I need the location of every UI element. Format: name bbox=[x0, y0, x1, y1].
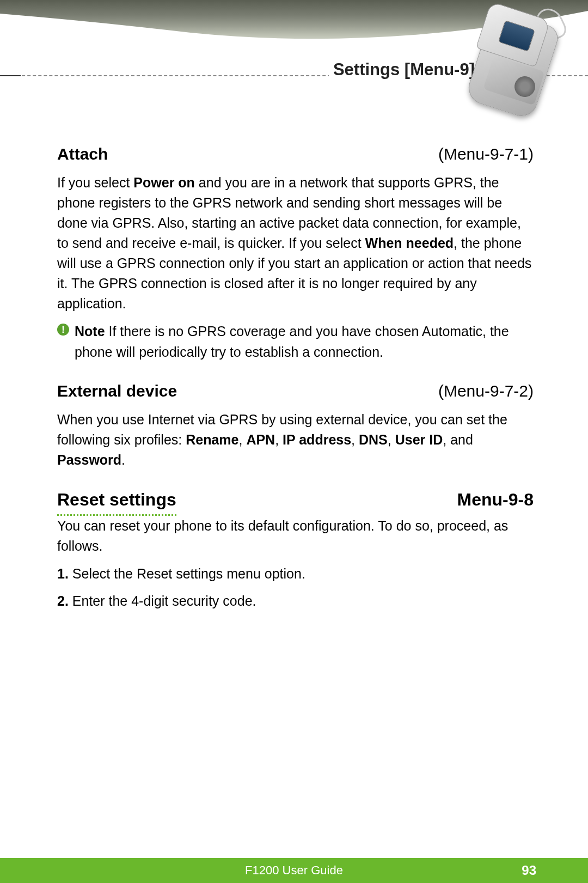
reset-menu-ref: Menu-9-8 bbox=[457, 486, 534, 513]
reset-title: Reset settings bbox=[57, 486, 176, 514]
note-content: Note If there is no GPRS coverage and yo… bbox=[75, 321, 534, 362]
reset-step-2: 2. Enter the 4-digit security code. bbox=[57, 591, 534, 612]
external-title: External device bbox=[57, 379, 177, 403]
header-solid-line bbox=[0, 75, 21, 76]
page-header: Settings [Menu-9] bbox=[0, 0, 588, 120]
reset-step-1: 1. Select the Reset settings menu option… bbox=[57, 564, 534, 584]
reset-body: You can reset your phone to its default … bbox=[57, 516, 534, 556]
phone-illustration bbox=[460, 11, 566, 120]
attach-title: Attach bbox=[57, 142, 108, 166]
section-reset-settings: Reset settings Menu-9-8 You can reset yo… bbox=[57, 486, 534, 611]
note-block: ! Note If there is no GPRS coverage and … bbox=[57, 321, 534, 362]
attach-body: If you select Power on and you are in a … bbox=[57, 173, 534, 314]
section-external-device: External device (Menu-9-7-2) When you us… bbox=[57, 379, 534, 470]
attach-menu-ref: (Menu-9-7-1) bbox=[438, 142, 534, 166]
footer-guide-name: F1200 User Guide bbox=[245, 863, 343, 878]
info-icon: ! bbox=[57, 324, 69, 336]
note-text: If there is no GPRS coverage and you hav… bbox=[75, 324, 509, 360]
page-number: 93 bbox=[522, 863, 536, 878]
section-attach: Attach (Menu-9-7-1) If you select Power … bbox=[57, 142, 534, 362]
external-body: When you use Internet via GPRS by using … bbox=[57, 410, 534, 470]
external-menu-ref: (Menu-9-7-2) bbox=[438, 379, 534, 403]
note-label: Note bbox=[75, 324, 105, 339]
content-area: Attach (Menu-9-7-1) If you select Power … bbox=[0, 120, 588, 638]
page-footer: F1200 User Guide 93 bbox=[0, 858, 588, 883]
page-title: Settings [Menu-9] bbox=[329, 60, 479, 80]
